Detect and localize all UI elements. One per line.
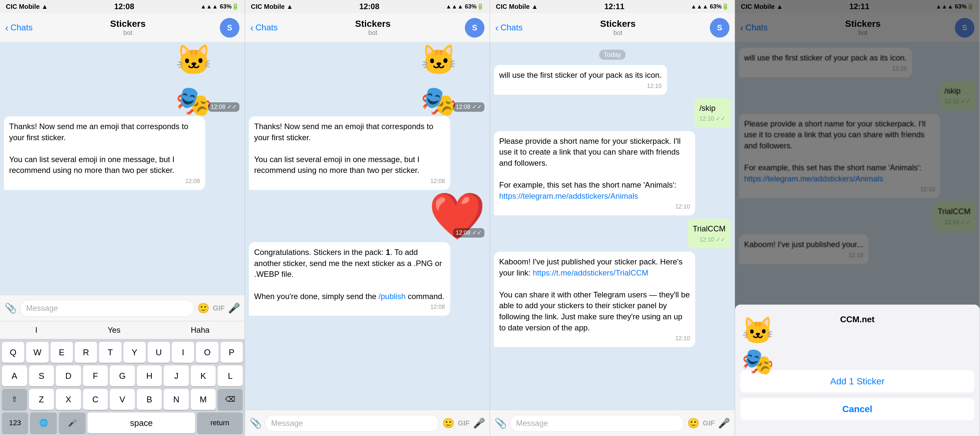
bubble-time-3-trial: 12:10 ✓✓ (693, 236, 725, 244)
add-sticker-label: Add 1 Sticker (830, 376, 885, 386)
key-shift[interactable]: ⇧ (2, 389, 27, 410)
key-d[interactable]: D (56, 366, 81, 386)
time-2: 12:08 (360, 2, 379, 11)
gif-icon-1[interactable]: GIF (213, 304, 225, 313)
carrier-2: CIC Mobile ▲ (251, 3, 293, 10)
header-title-1: Stickers (110, 19, 146, 29)
input-bar-1: 📎 Message 🙂 GIF 🎤 (0, 295, 245, 321)
publish-link[interactable]: /publish (379, 292, 406, 301)
key-mic[interactable]: 🎤 (59, 412, 86, 433)
back-chevron-icon-3: ‹ (495, 22, 498, 34)
action-sheet-content: 🐱🎭 (735, 326, 980, 368)
key-l[interactable]: L (218, 366, 243, 386)
key-f[interactable]: F (83, 366, 108, 386)
back-chevron-icon-2: ‹ (250, 22, 253, 34)
key-m[interactable]: M (191, 389, 216, 410)
congrats-time: 12:08 (254, 303, 445, 311)
bubble-time-3-skip: 12:10 ✓✓ (699, 115, 725, 123)
key-e[interactable]: E (51, 342, 73, 363)
header-center-1: Stickers bot (36, 19, 220, 37)
cancel-button[interactable]: Cancel (740, 398, 974, 420)
battery-icon: 63%🔋 (220, 3, 239, 10)
kb-row-4: 123 🌐 🎤 space return (2, 412, 243, 433)
bubble-text-3-2: Please provide a short name for your sti… (499, 137, 681, 200)
mic-icon-3[interactable]: 🎤 (718, 417, 730, 429)
dialog-overlay: CCM.net 🐱🎭 Add 1 Sticker Cancel (735, 0, 980, 436)
suggestion-i[interactable]: I (35, 326, 38, 335)
key-delete[interactable]: ⌫ (218, 389, 243, 410)
kb-row-2: A S D F G H J K L (2, 366, 243, 386)
sticker-icon-1[interactable]: 🙂 (197, 302, 209, 314)
status-bar-3: CIC Mobile ▲ 12:11 ▲▲▲ 63%🔋 (490, 0, 735, 13)
bubble-1: Thanks! Now send me an emoji that corres… (4, 117, 205, 190)
bot-message-1: Thanks! Now send me an emoji that corres… (4, 117, 241, 190)
message-input-2[interactable]: Message (265, 415, 439, 432)
key-c[interactable]: C (83, 389, 108, 410)
bot-msg-3-3: Kaboom! I've just published your sticker… (494, 252, 731, 347)
key-q[interactable]: Q (2, 342, 24, 363)
action-sheet: CCM.net 🐱🎭 Add 1 Sticker Cancel (735, 305, 980, 436)
key-s[interactable]: S (29, 366, 54, 386)
gif-icon-2[interactable]: GIF (458, 419, 470, 428)
suggestion-haha[interactable]: Haha (191, 326, 209, 335)
back-button-1[interactable]: ‹ Chats (5, 22, 33, 34)
message-input-3[interactable]: Message (510, 415, 684, 432)
avatar-3[interactable]: S (710, 18, 729, 38)
back-label-3[interactable]: Chats (500, 22, 523, 33)
header-subtitle-2: bot (369, 29, 378, 37)
back-button-3[interactable]: ‹ Chats (495, 22, 523, 34)
input-bar-3: 📎 Message 🙂 GIF 🎤 (490, 410, 735, 436)
bubble-text-3-3: Kaboom! I've just published your sticker… (499, 257, 690, 332)
avatar-1[interactable]: S (220, 18, 239, 38)
key-p[interactable]: P (221, 342, 243, 363)
key-u[interactable]: U (148, 342, 170, 363)
key-j[interactable]: J (164, 366, 189, 386)
key-h[interactable]: H (137, 366, 162, 386)
add-sticker-button[interactable]: Add 1 Sticker (740, 370, 974, 393)
key-v[interactable]: V (110, 389, 135, 410)
key-space[interactable]: space (88, 412, 195, 433)
back-label-2[interactable]: Chats (255, 22, 278, 33)
kb-rows-1: Q W E R T Y U I O P A S D F G H J K L (0, 339, 245, 436)
date-badge-3: Today (599, 50, 625, 60)
key-y[interactable]: Y (124, 342, 146, 363)
key-w[interactable]: W (26, 342, 48, 363)
key-return[interactable]: return (197, 412, 243, 433)
mic-icon-1[interactable]: 🎤 (228, 302, 240, 314)
key-k[interactable]: K (191, 366, 216, 386)
mic-icon-2[interactable]: 🎤 (473, 417, 485, 429)
back-button-2[interactable]: ‹ Chats (250, 22, 278, 34)
attach-icon-3[interactable]: 📎 (495, 417, 507, 429)
key-x[interactable]: X (56, 389, 81, 410)
attach-icon-2[interactable]: 📎 (250, 417, 262, 429)
animals-link[interactable]: https://telegram.me/addstickers/Animals (499, 192, 638, 200)
key-i[interactable]: I (172, 342, 194, 363)
status-bar-2: CIC Mobile ▲ 12:08 ▲▲▲ 63%🔋 (245, 0, 490, 13)
panel-3: CIC Mobile ▲ 12:11 ▲▲▲ 63%🔋 ‹ Chats Stic… (490, 0, 735, 436)
key-z[interactable]: Z (29, 389, 54, 410)
pack-link[interactable]: https://t.me/addstickers/TrialCCM (533, 268, 648, 277)
congrats-text: Congratulations. Stickers in the pack: 1… (254, 248, 444, 300)
suggestion-yes[interactable]: Yes (108, 326, 121, 335)
key-123[interactable]: 123 (2, 412, 28, 433)
attach-icon-1[interactable]: 📎 (5, 302, 17, 314)
key-g[interactable]: G (110, 366, 135, 386)
bubble-text-3-skip: /skip (699, 104, 715, 112)
key-a[interactable]: A (2, 366, 27, 386)
key-t[interactable]: T (99, 342, 121, 363)
key-globe[interactable]: 🌐 (30, 412, 57, 433)
sticker-icon-2[interactable]: 🙂 (442, 417, 454, 429)
back-label-1[interactable]: Chats (10, 22, 33, 33)
bubble-3-skip: /skip 12:10 ✓✓ (694, 98, 731, 128)
key-o[interactable]: O (196, 342, 218, 363)
key-r[interactable]: R (75, 342, 97, 363)
avatar-2[interactable]: S (465, 18, 484, 38)
gif-icon-3[interactable]: GIF (703, 419, 715, 428)
user-msg-3-2: TrialCCM 12:10 ✓✓ (494, 219, 731, 248)
key-b[interactable]: B (137, 389, 162, 410)
sticker-icon-3[interactable]: 🙂 (687, 417, 699, 429)
message-input-1[interactable]: Message (20, 300, 194, 317)
bubble-time-2: 12:08 (254, 177, 445, 185)
sticker-bubble-2: 🐱🎭 12:08 ✓✓ (420, 48, 486, 113)
key-n[interactable]: N (164, 389, 189, 410)
